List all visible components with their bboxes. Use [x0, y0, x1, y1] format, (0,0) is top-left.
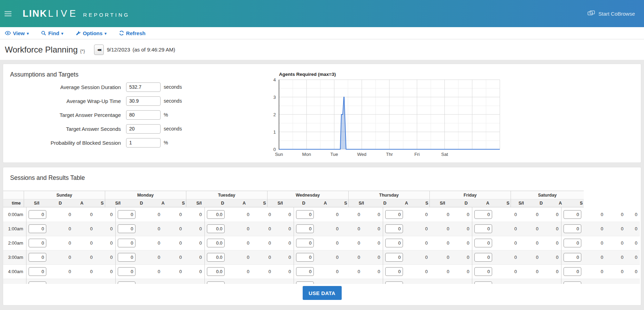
si-input-cell: [472, 279, 498, 284]
use-data-button[interactable]: USE DATA: [303, 286, 342, 300]
session-input-wednesday[interactable]: [296, 224, 314, 233]
session-input-saturday[interactable]: [564, 224, 581, 233]
assumption-input-3[interactable]: [126, 124, 161, 134]
result-cell-a: 0: [519, 264, 541, 279]
sessions-table-scroll[interactable]: SundayMondayTuesdayWednesdayThursdayFrid…: [3, 191, 642, 284]
col-header-d: D: [455, 199, 477, 207]
session-input-monday[interactable]: [118, 239, 135, 247]
refresh-icon: [119, 31, 124, 35]
y-tick-label: 0: [273, 147, 276, 152]
session-input-saturday[interactable]: [564, 267, 581, 276]
session-input-thursday[interactable]: [385, 267, 403, 276]
result-cell-s: 0: [95, 279, 115, 284]
session-input-thursday[interactable]: [385, 224, 403, 233]
session-input-wednesday[interactable]: [296, 281, 314, 284]
hamburger-menu-icon[interactable]: [5, 10, 11, 17]
session-input-sunday[interactable]: [29, 210, 46, 219]
session-input-tuesday[interactable]: [207, 224, 225, 233]
assumption-input-2[interactable]: [126, 110, 161, 120]
si-input-cell: [26, 250, 52, 264]
session-input-sunday[interactable]: [29, 239, 46, 247]
day-header-tuesday: Tuesday: [186, 191, 267, 199]
session-input-sunday[interactable]: [29, 253, 46, 262]
time-label: 1:00am: [3, 222, 26, 236]
result-cell-a: 0: [341, 236, 363, 250]
session-input-wednesday[interactable]: [296, 239, 314, 247]
session-input-saturday[interactable]: [564, 281, 581, 284]
session-input-wednesday[interactable]: [296, 253, 314, 262]
session-input-wednesday[interactable]: [296, 210, 314, 219]
app-logo: LINK LIVE REPORTING: [23, 8, 130, 19]
result-cell-a: 0: [341, 207, 363, 222]
session-input-thursday[interactable]: [385, 281, 403, 284]
session-input-friday[interactable]: [474, 239, 492, 247]
session-input-monday[interactable]: [118, 253, 135, 262]
col-header-s: S: [498, 199, 511, 207]
col-header-d: D: [293, 199, 315, 207]
session-input-saturday[interactable]: [564, 210, 581, 219]
result-cell-d: 0: [498, 236, 519, 250]
page-title: Workforce Planning: [5, 45, 78, 55]
sessions-panel: Sessions and Results Table SundayMondayT…: [3, 167, 641, 305]
session-input-tuesday[interactable]: [207, 239, 225, 247]
session-input-thursday[interactable]: [385, 253, 403, 262]
find-menu[interactable]: Find ▾: [41, 30, 63, 36]
session-input-saturday[interactable]: [564, 253, 581, 262]
session-input-monday[interactable]: [118, 281, 135, 284]
session-input-friday[interactable]: [474, 224, 492, 233]
result-cell-s: 0: [273, 207, 294, 222]
result-cell-s: 0: [452, 236, 472, 250]
result-cell-a: 0: [341, 264, 363, 279]
result-cell-d: 0: [319, 222, 341, 236]
session-input-friday[interactable]: [474, 281, 492, 284]
session-input-tuesday[interactable]: [207, 210, 225, 219]
session-input-tuesday[interactable]: [207, 267, 225, 276]
result-cell-s: 0: [452, 264, 472, 279]
start-cobrowse-button[interactable]: Start CoBrowse: [588, 0, 635, 27]
session-input-sunday[interactable]: [29, 281, 46, 284]
result-cell-d: 0: [141, 279, 163, 284]
result-cell-d: 0: [230, 207, 252, 222]
assumption-input-4[interactable]: [126, 138, 161, 148]
si-input-cell: [561, 207, 585, 222]
session-input-sunday[interactable]: [29, 267, 46, 276]
result-cell-d: 0: [498, 264, 519, 279]
session-input-friday[interactable]: [474, 253, 492, 262]
view-menu[interactable]: View ▾: [5, 30, 29, 36]
col-header-a: A: [152, 199, 174, 207]
title-row: Workforce Planning {*} ◀◀ 9/12/2023 (as …: [0, 39, 644, 60]
session-input-thursday[interactable]: [385, 210, 403, 219]
session-input-monday[interactable]: [118, 210, 135, 219]
session-input-thursday[interactable]: [385, 239, 403, 247]
result-cell-s: 0: [184, 264, 204, 279]
options-menu[interactable]: Options ▾: [76, 30, 107, 36]
app-header: LINK LIVE REPORTING Start CoBrowse: [0, 0, 644, 27]
session-input-tuesday[interactable]: [207, 281, 225, 284]
col-header-a: A: [477, 199, 498, 207]
result-cell-a: 0: [252, 222, 273, 236]
table-row: 5:00am000000000000000000000: [3, 279, 640, 284]
session-input-saturday[interactable]: [564, 239, 581, 247]
session-input-wednesday[interactable]: [296, 267, 314, 276]
col-header-si: S/I: [186, 199, 212, 207]
session-input-monday[interactable]: [118, 224, 135, 233]
session-input-sunday[interactable]: [29, 224, 46, 233]
result-cell-a: 0: [252, 207, 273, 222]
result-cell-a: 0: [519, 222, 541, 236]
options-label: Options: [83, 30, 103, 36]
col-header-s: S: [570, 199, 584, 207]
result-cell-s: 0: [363, 279, 383, 284]
si-input-cell: [26, 222, 52, 236]
session-input-friday[interactable]: [474, 267, 492, 276]
si-input-cell: [26, 264, 52, 279]
session-input-friday[interactable]: [474, 210, 492, 219]
page-title-suffix: {*}: [80, 48, 85, 54]
assumption-input-1[interactable]: [126, 96, 161, 106]
refresh-button[interactable]: Refresh: [119, 30, 146, 36]
assumption-input-0[interactable]: [126, 82, 161, 92]
session-input-tuesday[interactable]: [207, 253, 225, 262]
date-back-button[interactable]: ◀◀: [94, 45, 104, 55]
time-label: 4:00am: [3, 264, 26, 279]
session-input-monday[interactable]: [118, 267, 135, 276]
result-cell-a: 0: [252, 250, 273, 264]
